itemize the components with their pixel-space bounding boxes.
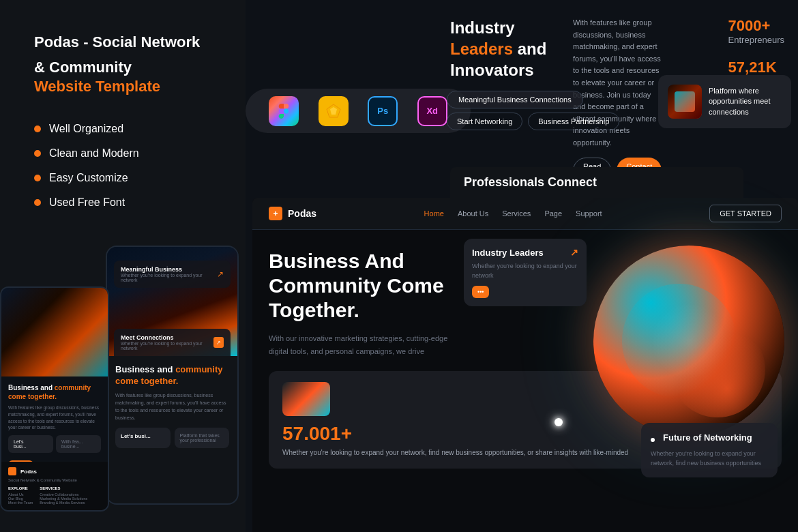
mobile-card2-title: Meet Connections [121, 334, 213, 341]
nav-link-home[interactable]: Home [424, 209, 444, 218]
list-item: Easy Customize [34, 172, 211, 184]
entrepreneurs-stat: 7000+ Entrepreneurs [728, 17, 784, 45]
business-partnership-button[interactable]: Business Partnership [528, 113, 619, 130]
arrow-icon: ↗ [570, 247, 578, 258]
photoshop-icon: Ps [368, 96, 398, 126]
logo-icon [269, 207, 282, 220]
mobile-card1-sub: Whether you're looking to expand your ne… [121, 273, 217, 282]
3d-orb [593, 246, 784, 437]
list-item: Used Free Font [34, 196, 211, 209]
nav-link-support[interactable]: Support [576, 209, 602, 218]
nav-link-about[interactable]: About Us [458, 209, 488, 218]
3d-orb-container [580, 225, 798, 457]
bullet-icon [34, 175, 41, 181]
bullet-icon [34, 125, 41, 132]
tablet-footer: Podas Social Network & Community Website… [1, 462, 108, 510]
tablet-footer-logo [8, 467, 16, 475]
mobile-card1-arrow: ↗ [217, 269, 224, 279]
nav-link-page[interactable]: Page [544, 209, 562, 218]
nav-logo: Podas [269, 207, 316, 220]
platform-card: Platform where opportunities meet connec… [658, 75, 791, 128]
start-networking-button[interactable]: Start Networking [447, 113, 522, 130]
mobile-body: Business and community come together. Wi… [107, 356, 237, 456]
tablet-with-box: With fea...busine... [56, 435, 101, 453]
platform-thumbnail [668, 85, 702, 119]
list-item: Clean and Modern [34, 147, 211, 160]
future-networking-card: Future of Networking Whether you're look… [641, 423, 778, 477]
connections-area: Meaningful Business Connections Start Ne… [447, 91, 619, 130]
bullet-icon [34, 199, 41, 206]
tablet-text: With features like group discussions, bu… [8, 404, 101, 431]
mobile-lets-text: Let's busi... [121, 433, 165, 439]
industry-heading: Industry Leaders and Innovators [450, 17, 559, 81]
sketch-icon [319, 96, 349, 126]
mobile-body-text: With features like group discussions, bu… [115, 391, 229, 422]
bullet-icon [34, 150, 41, 157]
tablet-hero-image [1, 288, 108, 376]
future-dot-icon [651, 438, 655, 442]
glow-dot [555, 418, 563, 426]
mobile-platform-text: Platform that takes your professional [180, 433, 224, 443]
feature-list: Well Organized Clean and Modern Easy Cus… [34, 123, 211, 209]
page-title: Podas - Social Network & Community Websi… [34, 27, 211, 95]
tablet-lets-box: Let'sbusi... [8, 435, 53, 453]
mobile-heading: Business and community come together. [115, 364, 229, 387]
leaders-chat-button[interactable]: ••• [472, 286, 489, 298]
tablet-mockup: Business and community come together. Wi… [0, 286, 109, 512]
mobile-mockup: Meaningful Business Whether you're looki… [106, 246, 239, 505]
tablet-footer-brand: Podas [20, 469, 37, 475]
tablet-heading: Business and community come together. [8, 383, 101, 401]
xd-icon: Xd [417, 96, 447, 126]
mobile-card2-sub: Whether you're looking to expand your ne… [121, 341, 213, 351]
nav-links: Home About Us Services Page Support [424, 209, 602, 218]
meaningful-business-tag: Meaningful Business Connections [447, 91, 583, 108]
stat-card-thumbnail [282, 382, 330, 416]
tablet-footer-tagline: Social Network & Community Website [8, 478, 101, 482]
explore-title: EXPLORE [8, 486, 33, 490]
services-item3: Branding & Media Services [40, 501, 87, 505]
list-item: Well Organized [34, 123, 211, 135]
services-title: SERVICES [40, 486, 87, 490]
leaders-title: Industry Leaders ↗ [472, 247, 578, 258]
professionals-connect-banner: Professionals Connect [450, 167, 743, 198]
get-started-button[interactable]: GET STARTED [709, 205, 782, 222]
mobile-hero-image: Meaningful Business Whether you're looki… [107, 247, 237, 356]
figma-icon [269, 96, 299, 126]
tools-row: Ps Xd [246, 89, 471, 133]
nav-link-services[interactable]: Services [502, 209, 531, 218]
explore-item3: Meet the Team [8, 501, 33, 505]
mobile-card1-title: Meaningful Business [121, 266, 217, 273]
industry-leaders-card: Industry Leaders ↗ Whether you're lookin… [464, 239, 587, 306]
mobile-card2-icon: ↗ [213, 337, 224, 348]
